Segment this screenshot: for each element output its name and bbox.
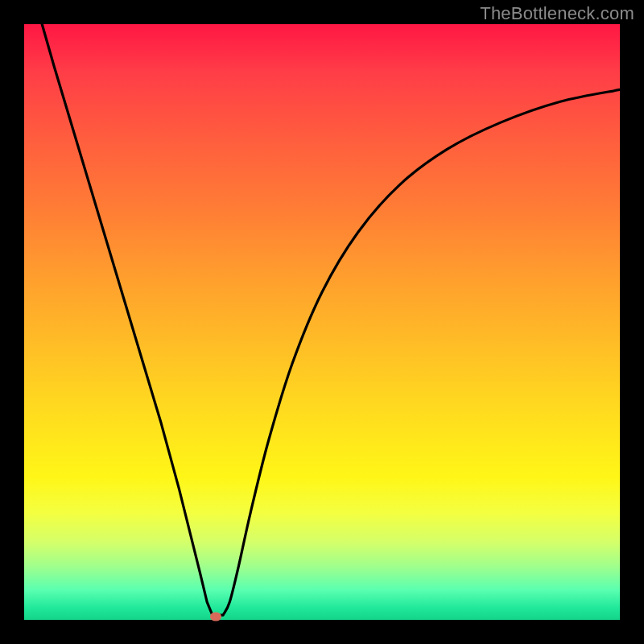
plot-area [24, 24, 620, 620]
chart-frame: TheBottleneck.com [0, 0, 644, 644]
curve-path [42, 24, 620, 615]
optimum-marker [210, 612, 221, 621]
watermark-text: TheBottleneck.com [480, 3, 634, 24]
bottleneck-curve [24, 24, 620, 620]
